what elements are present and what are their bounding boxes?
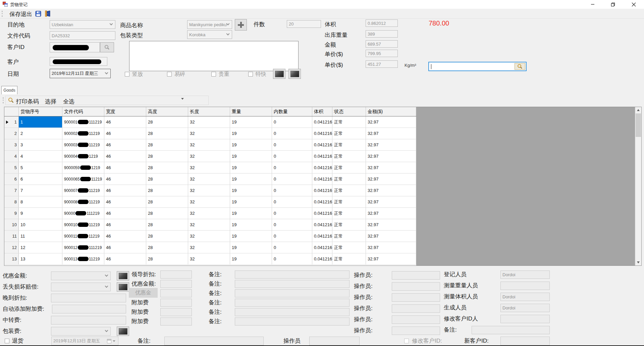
remark-input-3[interactable]	[235, 289, 350, 297]
remark-input-5[interactable]	[235, 308, 350, 316]
transit-fee-input[interactable]	[51, 316, 126, 325]
cell-length[interactable]: 32	[188, 253, 230, 264]
cell-serial[interactable]: 3	[19, 139, 62, 150]
column-header-3[interactable]: 宽度	[104, 107, 146, 116]
column-header-2[interactable]: 文件代码	[62, 107, 104, 116]
vertical-scrollbar[interactable]	[635, 107, 641, 265]
cell-status[interactable]: 正常	[332, 128, 366, 139]
cell-length[interactable]: 32	[188, 128, 230, 139]
cell-weight[interactable]: 19	[230, 128, 272, 139]
cell-amount[interactable]: 32.97	[366, 208, 416, 219]
cell-width[interactable]: 46	[104, 151, 146, 162]
save-icon[interactable]	[35, 11, 41, 18]
search-button[interactable]	[515, 63, 525, 70]
scroll-down-button[interactable]	[635, 259, 641, 265]
discount-amount-2-input[interactable]	[160, 280, 192, 288]
cell-filecode[interactable]: 90001111219	[62, 231, 104, 242]
registrar-input[interactable]: Dordoi	[500, 270, 550, 279]
column-header-8[interactable]: 体积	[312, 107, 332, 116]
cell-filecode[interactable]: 90001311219	[62, 253, 104, 264]
cell-inner-qty[interactable]: 0	[272, 253, 312, 264]
cell-width[interactable]: 46	[104, 242, 146, 253]
column-header-1[interactable]: 货物序号	[19, 107, 62, 116]
cell-volume[interactable]: 0.041216	[312, 219, 332, 230]
cell-serial[interactable]: 11	[19, 231, 62, 242]
row-header[interactable]: 13	[4, 253, 19, 264]
magnifier-icon[interactable]	[8, 97, 14, 104]
discount-picture-button[interactable]	[117, 271, 129, 281]
cell-serial[interactable]: 6	[19, 174, 62, 185]
operator-input-6[interactable]	[392, 327, 440, 335]
id-modifier-input[interactable]	[500, 315, 550, 323]
grid-row[interactable]: 99900001112194628321900.041216正常32.97	[4, 208, 416, 219]
grid-row[interactable]: 4490000412194628321900.041216正常32.97	[4, 151, 416, 162]
grid-row[interactable]: 119000011112194628321900.041216正常32.97	[4, 116, 416, 128]
cell-length[interactable]: 32	[188, 196, 230, 207]
column-header-10[interactable]: 金额($)	[366, 107, 416, 116]
cell-inner-qty[interactable]: 0	[272, 242, 312, 253]
cell-filecode[interactable]: 90000811219	[62, 196, 104, 207]
row-selector-header[interactable]	[4, 107, 19, 116]
row-header[interactable]: 8	[4, 196, 19, 207]
cell-filecode[interactable]: 900012111219	[62, 242, 104, 253]
cell-weight[interactable]: 19	[230, 231, 272, 242]
modify-customer-id-checkbox[interactable]	[404, 339, 409, 343]
save-exit-button[interactable]: 保存退出	[9, 10, 32, 18]
customer-input[interactable]	[50, 57, 107, 66]
right-remark-input[interactable]	[472, 326, 550, 334]
cell-inner-qty[interactable]: 0	[272, 231, 312, 242]
row-header[interactable]: 4	[4, 151, 19, 162]
cell-height[interactable]: 28	[146, 128, 188, 139]
row-header[interactable]: 1	[4, 116, 19, 128]
minimize-button[interactable]	[583, 0, 602, 9]
cell-volume[interactable]: 0.041216	[312, 162, 332, 173]
scroll-up-button[interactable]	[635, 107, 641, 113]
cell-width[interactable]: 46	[104, 196, 146, 207]
cell-status[interactable]: 正常	[332, 139, 366, 150]
cell-length[interactable]: 32	[188, 162, 230, 173]
select-button[interactable]: 选择	[45, 98, 56, 105]
fragile-checkbox[interactable]	[167, 72, 172, 77]
grid-toolbar-grip[interactable]	[3, 97, 4, 103]
cell-volume[interactable]: 0.041216	[312, 139, 332, 150]
cell-weight[interactable]: 19	[230, 242, 272, 253]
toolbar-dropdown-arrow[interactable]	[181, 100, 184, 106]
cell-weight[interactable]: 19	[230, 208, 272, 219]
cell-volume[interactable]: 0.041216	[312, 196, 332, 207]
cell-amount[interactable]: 32.97	[366, 116, 416, 128]
row-header[interactable]: 7	[4, 185, 19, 196]
vertical-checkbox[interactable]	[125, 72, 129, 77]
cell-weight[interactable]: 19	[230, 219, 272, 230]
cell-height[interactable]: 28	[146, 116, 188, 128]
cell-weight[interactable]: 19	[230, 151, 272, 162]
cell-width[interactable]: 46	[104, 128, 146, 139]
cell-width[interactable]: 46	[104, 174, 146, 185]
operator-input-1[interactable]	[392, 271, 440, 280]
cell-length[interactable]: 32	[188, 174, 230, 185]
cell-filecode[interactable]: 90000711219	[62, 185, 104, 196]
row-header[interactable]: 9	[4, 208, 19, 219]
volume-input[interactable]: 0.862012	[366, 19, 398, 27]
column-header-7[interactable]: 内数量	[272, 107, 312, 116]
discount-extra-input[interactable]	[160, 289, 192, 297]
file-code-input[interactable]: DA25332	[50, 31, 115, 40]
cell-filecode[interactable]: 90000311219	[62, 139, 104, 150]
cell-serial[interactable]: 13	[19, 253, 62, 264]
loss-compensation-combo[interactable]	[51, 283, 111, 291]
cell-amount[interactable]: 32.97	[366, 139, 416, 150]
destination-combo[interactable]: Uzbekistan	[50, 20, 115, 29]
volume-measurer-input[interactable]: Dordoi	[500, 293, 550, 301]
operator-input-4[interactable]	[392, 304, 440, 313]
cell-serial[interactable]: 5	[19, 162, 62, 173]
grid-row[interactable]: 55900005912194628321900.041216正常32.97	[4, 162, 416, 174]
cell-weight[interactable]: 19	[230, 139, 272, 150]
print-barcode-button[interactable]: 打印条码	[16, 98, 39, 105]
operator-input-3[interactable]	[392, 293, 440, 302]
unit-price-2-input[interactable]: 451.27	[366, 60, 398, 68]
return-date-picker[interactable]: 2019年12月13日 星期五	[51, 337, 118, 345]
exit-door-icon[interactable]	[45, 10, 51, 18]
grid-row[interactable]: 33900003112194628321900.041216正常32.97	[4, 139, 416, 151]
column-header-5[interactable]: 长度	[188, 107, 230, 116]
cell-amount[interactable]: 32.97	[366, 231, 416, 242]
grid-row[interactable]: 22900002112194628321900.041216正常32.97	[4, 128, 416, 139]
